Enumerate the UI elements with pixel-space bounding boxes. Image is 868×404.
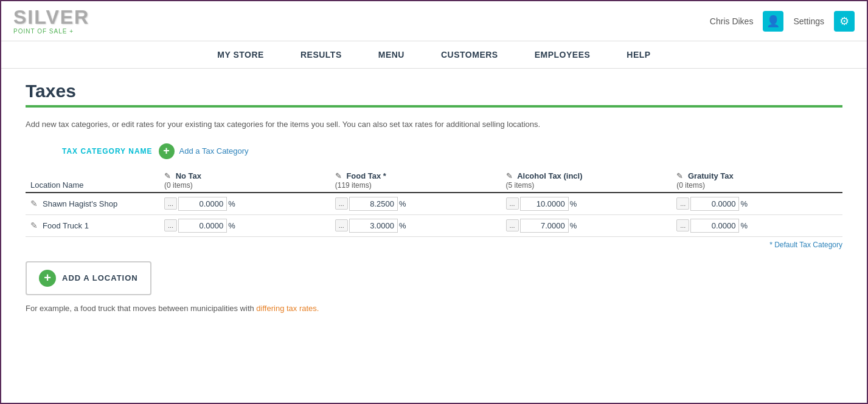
tax-category-label: TAX CATEGORY NAME <box>62 147 153 156</box>
rate-cell-foodtruck-gratuity-tax: ... % <box>672 214 842 236</box>
location-name-foodtruck: Food Truck 1 <box>43 221 89 230</box>
logo-sub: POINT OF SALE + <box>13 28 89 35</box>
edit-no-tax-icon[interactable]: ✎ <box>164 171 171 180</box>
default-tax-note: * Default Tax Category <box>26 241 842 249</box>
edit-alcohol-tax-icon[interactable]: ✎ <box>506 171 513 180</box>
dots-button-shawn-no-tax[interactable]: ... <box>164 197 177 210</box>
page-description: Add new tax categories, or edit rates fo… <box>26 118 842 131</box>
pct-foodtruck-no-tax: % <box>228 221 235 230</box>
rate-cell-shawn-gratuity-tax: ... % <box>672 193 842 215</box>
pct-foodtruck-alcohol-tax: % <box>570 221 577 230</box>
edit-gratuity-tax-icon[interactable]: ✎ <box>676 171 683 180</box>
location-cell-foodtruck: ✎ Food Truck 1 <box>26 214 159 236</box>
col-alcohol-tax-items: (5 items) <box>506 181 535 190</box>
green-divider <box>26 105 842 108</box>
pct-foodtruck-food-tax: % <box>399 221 406 230</box>
rate-input-shawn-alcohol-tax[interactable] <box>520 197 569 211</box>
page-content: Taxes Add new tax categories, or edit ra… <box>1 69 867 325</box>
add-location-label: ADD A LOCATION <box>62 273 138 282</box>
col-header-gratuity-tax: ✎ Gratuity Tax (0 items) <box>672 169 842 193</box>
nav-menu[interactable]: MENU <box>378 50 404 60</box>
tax-table: Location Name ✎ No Tax (0 items) ✎ Food … <box>26 169 842 237</box>
col-gratuity-tax-name: Gratuity Tax <box>688 171 734 180</box>
top-header: SILVER POINT OF SALE + Chris Dikes 👤 Set… <box>1 1 867 41</box>
location-name-shawn: Shawn Hagist's Shop <box>43 199 117 208</box>
pct-shawn-alcohol-tax: % <box>570 199 577 208</box>
edit-food-tax-icon[interactable]: ✎ <box>335 171 342 180</box>
col-food-tax-items: (119 items) <box>335 181 372 190</box>
dots-button-foodtruck-alcohol-tax[interactable]: ... <box>506 219 519 231</box>
rate-cell-foodtruck-food-tax: ... % <box>330 214 501 236</box>
add-location-button[interactable]: + ADD A LOCATION <box>26 261 151 295</box>
page-title: Taxes <box>26 81 842 101</box>
nav-employees[interactable]: EMPLOYEES <box>535 50 591 60</box>
edit-location-foodtruck-icon[interactable]: ✎ <box>30 221 38 230</box>
rate-input-shawn-food-tax[interactable] <box>349 197 398 211</box>
col-header-location: Location Name <box>26 169 159 193</box>
rate-input-shawn-gratuity-tax[interactable] <box>690 197 739 211</box>
dots-button-foodtruck-gratuity-tax[interactable]: ... <box>676 219 689 231</box>
logo-main: SILVER <box>13 7 89 27</box>
logo: SILVER POINT OF SALE + <box>13 7 89 35</box>
rate-cell-shawn-alcohol-tax: ... % <box>501 193 672 215</box>
table-row: ✎ Shawn Hagist's Shop ... % ... <box>26 193 842 215</box>
col-header-food-tax: ✎ Food Tax * (119 items) <box>330 169 501 193</box>
rate-cell-shawn-no-tax: ... % <box>159 193 330 215</box>
col-no-tax-items: (0 items) <box>164 181 193 190</box>
add-category-link[interactable]: Add a Tax Category <box>179 146 249 156</box>
rate-input-foodtruck-alcohol-tax[interactable] <box>520 219 569 233</box>
edit-location-shawn-icon[interactable]: ✎ <box>30 199 38 208</box>
nav-results[interactable]: RESULTS <box>300 50 342 60</box>
footer-note-link: differing tax rates. <box>256 304 319 313</box>
user-icon-button[interactable]: 👤 <box>763 11 783 32</box>
rate-input-shawn-no-tax[interactable] <box>178 197 227 211</box>
tax-category-header: TAX CATEGORY NAME + Add a Tax Category <box>26 143 842 159</box>
rate-cell-foodtruck-no-tax: ... % <box>159 214 330 236</box>
add-category-circle-button[interactable]: + <box>159 143 175 159</box>
rate-cell-foodtruck-alcohol-tax: ... % <box>501 214 672 236</box>
col-food-tax-name: Food Tax * <box>346 171 386 180</box>
col-alcohol-tax-name: Alcohol Tax (incl) <box>517 171 582 180</box>
main-nav: MY STORE RESULTS MENU CUSTOMERS EMPLOYEE… <box>1 41 867 69</box>
nav-my-store[interactable]: MY STORE <box>217 50 264 60</box>
nav-help[interactable]: HELP <box>627 50 650 60</box>
nav-customers[interactable]: CUSTOMERS <box>441 50 498 60</box>
pct-shawn-no-tax: % <box>228 199 235 208</box>
rate-cell-shawn-food-tax: ... % <box>330 193 501 215</box>
dots-button-shawn-food-tax[interactable]: ... <box>335 197 348 210</box>
footer-note: For example, a food truck that moves bet… <box>26 304 842 313</box>
dots-button-foodtruck-no-tax[interactable]: ... <box>164 219 177 231</box>
location-cell-shawn: ✎ Shawn Hagist's Shop <box>26 193 159 215</box>
rate-input-foodtruck-food-tax[interactable] <box>349 219 398 233</box>
rate-input-foodtruck-gratuity-tax[interactable] <box>690 219 739 233</box>
dots-button-foodtruck-food-tax[interactable]: ... <box>335 219 348 231</box>
pct-shawn-gratuity-tax: % <box>740 199 748 208</box>
pct-shawn-food-tax: % <box>399 199 406 208</box>
pct-foodtruck-gratuity-tax: % <box>740 221 748 230</box>
col-no-tax-name: No Tax <box>176 171 201 180</box>
col-header-no-tax: ✎ No Tax (0 items) <box>159 169 330 193</box>
dots-button-shawn-gratuity-tax[interactable]: ... <box>676 197 689 210</box>
rate-input-foodtruck-no-tax[interactable] <box>178 219 227 233</box>
settings-link[interactable]: Settings <box>793 16 824 26</box>
header-right: Chris Dikes 👤 Settings ⚙ <box>710 11 855 32</box>
table-row: ✎ Food Truck 1 ... % ... <box>26 214 842 236</box>
settings-icon-button[interactable]: ⚙ <box>834 11 855 32</box>
dots-button-shawn-alcohol-tax[interactable]: ... <box>506 197 519 210</box>
user-name: Chris Dikes <box>710 16 754 26</box>
col-header-alcohol-tax: ✎ Alcohol Tax (incl) (5 items) <box>501 169 672 193</box>
col-gratuity-tax-items: (0 items) <box>676 181 705 190</box>
add-location-circle-icon: + <box>39 270 56 287</box>
